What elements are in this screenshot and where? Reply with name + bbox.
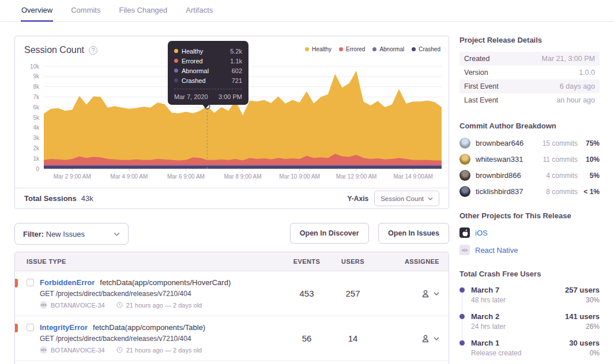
svg-text:Mar 2 9:00 AM: Mar 2 9:00 AM	[54, 173, 91, 180]
svg-text:3k: 3k	[33, 135, 40, 141]
section-title: Project Release Details	[459, 36, 600, 44]
help-icon[interactable]: ?	[89, 46, 97, 55]
tab-bar: Overview Commits Files Changed Artifacts	[0, 0, 614, 22]
project-row: iOS	[459, 227, 600, 238]
errored-dot-icon	[174, 59, 178, 63]
events-count: 453	[284, 289, 330, 298]
tooltip-footer: Mar 7, 20203:00 PM	[174, 89, 242, 105]
issue-age: 21 hours ago — 2 days old	[126, 302, 202, 309]
tab-label: Commits	[71, 6, 100, 14]
healthy-dot-icon	[305, 47, 309, 51]
filter-actions: Open In Discover Open In Issues	[290, 223, 449, 245]
tab-overview[interactable]: Overview	[21, 0, 53, 22]
timeline-entry: March 224 hrs later 141 users26%	[459, 312, 600, 331]
ios-project-icon	[459, 227, 470, 238]
column-assignee: ASSIGNEE	[376, 258, 439, 265]
svg-text:6k: 6k	[33, 104, 40, 111]
avatar	[459, 138, 470, 149]
tooltip-row: Abnormal602	[174, 66, 242, 75]
timeline-dot-icon	[459, 314, 465, 319]
open-in-issues-button[interactable]: Open In Issues	[378, 223, 449, 244]
project-link[interactable]: React Native	[475, 246, 518, 255]
filter-bar: Filter: New Issues Open In Discover Open…	[14, 223, 449, 245]
yaxis-select[interactable]: Session Count	[374, 191, 439, 206]
chart-tooltip: Healthy5.2k Errored1.1k Abnormal602 Cras…	[168, 41, 248, 105]
column-issue-type: ISSUE TYPE	[27, 258, 284, 265]
svg-text:Mar 8 9:00 AM: Mar 8 9:00 AM	[224, 173, 261, 180]
code-badge-icon: </>	[40, 301, 47, 309]
legend-item-abnormal: Abnormal	[372, 46, 404, 52]
column-events: EVENTS	[284, 258, 330, 265]
other-projects-section: Other Projects for This Release iOS </> …	[459, 211, 600, 255]
legend-item-healthy: Healthy	[305, 46, 332, 52]
legend-item-crashed: Crashed	[412, 46, 440, 52]
users-count: 14	[330, 333, 376, 343]
issue-row[interactable]: IntegrityError fetchData(app/components/…	[15, 316, 449, 361]
section-title: Other Projects for This Release	[459, 211, 600, 220]
issue-checkbox[interactable]	[27, 324, 34, 331]
issue-main-cell: IntegrityError fetchData(app/components/…	[27, 323, 284, 354]
clock-icon	[116, 302, 123, 308]
events-count: 56	[284, 333, 330, 343]
section-title: Total Crash Free Users	[459, 270, 600, 278]
issue-culprit: fetchData(app/components/HoverCard)	[100, 278, 231, 287]
crashed-dot-icon	[412, 47, 416, 51]
chart-title: Session Count	[24, 45, 84, 55]
assignee-selector[interactable]	[376, 289, 439, 298]
chevron-down-icon	[114, 232, 120, 236]
issues-table-body: ForbiddenError fetchData(app/components/…	[15, 271, 449, 364]
severity-bar	[15, 324, 18, 332]
issue-short-id: BOTANAVOICE-34	[51, 302, 105, 309]
timeline-entry: March 748 hrs later 257 users30%	[459, 286, 600, 304]
abnormal-dot-icon	[372, 47, 376, 51]
tab-files-changed[interactable]: Files Changed	[118, 0, 168, 22]
main-column: Session Count ? Healthy Errored Abnormal…	[14, 36, 449, 364]
project-link[interactable]: iOS	[475, 229, 488, 237]
issue-main-cell: ForbiddenError fetchData(app/components/…	[27, 278, 284, 309]
session-count-card: Session Count ? Healthy Errored Abnormal…	[14, 36, 449, 209]
issue-row[interactable]: ForbiddenError fetchData(app/components/…	[15, 271, 449, 316]
apple-icon	[462, 229, 468, 237]
detail-row: Version1.0.0	[459, 66, 600, 79]
issue-link[interactable]: ForbiddenError	[40, 278, 95, 287]
svg-text:Mar 4 9:00 AM: Mar 4 9:00 AM	[110, 173, 148, 180]
svg-text:Mar 6 9:00 AM: Mar 6 9:00 AM	[167, 173, 205, 180]
open-in-discover-button[interactable]: Open In Discover	[290, 223, 369, 244]
assignee-selector[interactable]	[376, 334, 439, 343]
issue-short-id: BOTANAVOICE-34	[51, 347, 105, 354]
svg-text:9k: 9k	[33, 73, 40, 79]
chevron-down-icon	[434, 337, 439, 340]
assignee-person-icon	[421, 289, 430, 298]
chevron-down-icon	[428, 197, 433, 200]
issues-table: ISSUE TYPE EVENTS USERS ASSIGNEE Forbidd…	[14, 252, 449, 364]
issue-checkbox[interactable]	[27, 279, 34, 286]
svg-text:0: 0	[36, 166, 39, 172]
tooltip-row: Healthy5.2k	[174, 46, 242, 56]
svg-text:5k: 5k	[33, 115, 40, 121]
chart-legend: Healthy Errored Abnormal Crashed	[305, 46, 440, 52]
svg-text:4k: 4k	[33, 124, 40, 131]
issue-culprit: fetchData(app/components/Table)	[93, 323, 205, 332]
tab-artifacts[interactable]: Artifacts	[185, 0, 213, 22]
code-badge-icon: </>	[40, 346, 47, 354]
tab-commits[interactable]: Commits	[70, 0, 101, 22]
release-overview-page: Session Count ? Healthy Errored Abnormal…	[0, 22, 614, 364]
issue-path: GET /projects/direct/backend/releases/v7…	[40, 290, 284, 298]
issue-row[interactable]: NotFoundError	[15, 361, 449, 364]
detail-row: First Event6 days ago	[459, 79, 600, 93]
project-row: </> React Native	[459, 245, 600, 255]
issue-age: 21 hours ago — 2 days old	[126, 347, 202, 354]
author-row: brownbear646 15 commits 75%	[459, 138, 600, 149]
issue-filter-dropdown[interactable]: Filter: New Issues	[14, 223, 129, 245]
total-sessions-value: 43k	[81, 194, 93, 203]
svg-text:7k: 7k	[33, 94, 40, 100]
severity-bar	[15, 279, 18, 287]
issue-link[interactable]: IntegrityError	[40, 323, 88, 332]
commit-authors-section: Commit Author Breakdown brownbear646 15 …	[459, 122, 600, 197]
avatar	[459, 170, 470, 181]
users-count: 257	[330, 289, 376, 298]
author-row: whiteswan331 11 commits 10%	[459, 154, 600, 165]
chart-footer: Total Sessions 43k Y-Axis Session Count	[15, 188, 449, 208]
release-details-table: CreatedMar 21, 3:00 PM Version1.0.0 Firs…	[459, 52, 600, 107]
issues-table-header: ISSUE TYPE EVENTS USERS ASSIGNEE	[15, 252, 449, 271]
